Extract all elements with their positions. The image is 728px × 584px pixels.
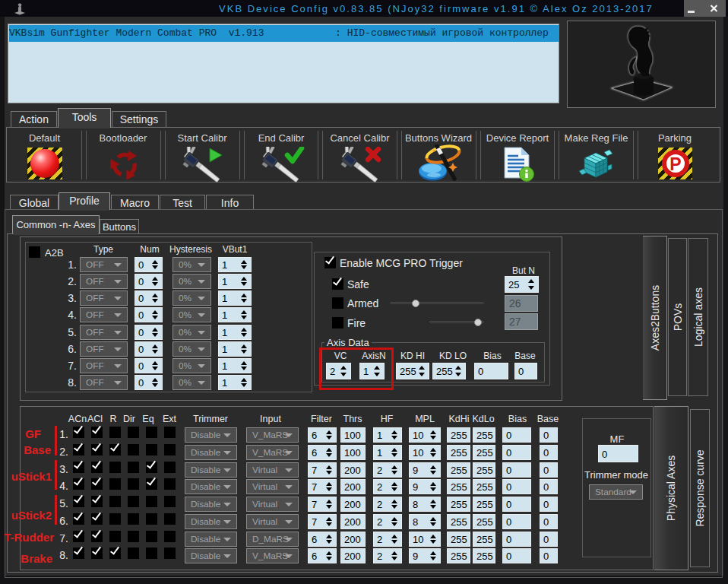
svg-text:P: P — [669, 154, 681, 174]
